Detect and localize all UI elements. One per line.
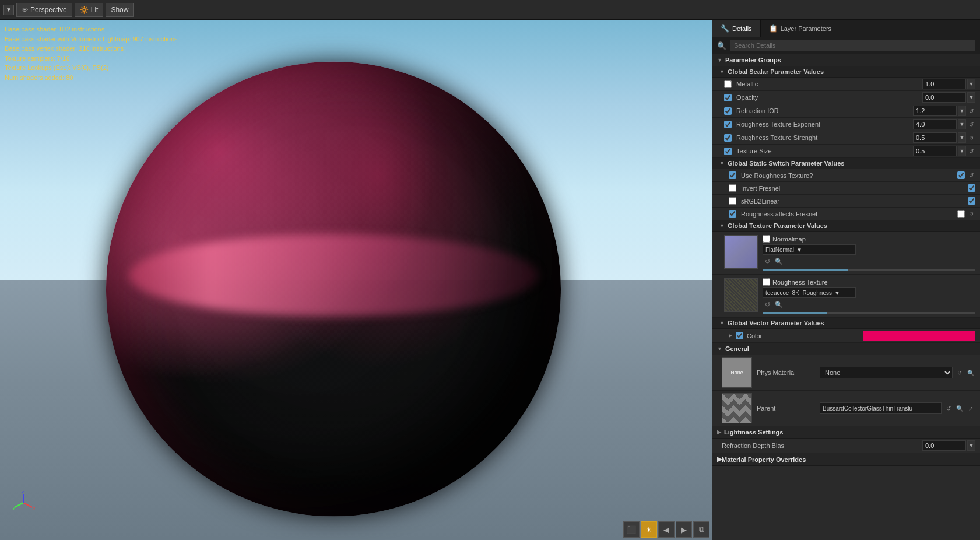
tab-details[interactable]: 🔧 Details — [712, 20, 761, 37]
roughness-strenght-reset[interactable]: ↺ — [967, 134, 975, 142]
show-button[interactable]: Show — [106, 3, 134, 17]
opacity-input[interactable] — [922, 92, 966, 103]
roughness-exponent-checkbox[interactable] — [724, 121, 732, 128]
toolbar-btn-grid[interactable]: ⧉ — [693, 521, 709, 538]
srgb2linear-value[interactable] — [968, 197, 975, 205]
normalmap-thumb[interactable] — [724, 235, 758, 269]
roughness-fresnel-value[interactable] — [957, 210, 965, 218]
prop-row-roughness-texture-strenght: Roughness Texture Strenght ▼ ↺ — [712, 131, 980, 145]
use-roughness-value[interactable] — [957, 171, 965, 179]
metallic-input[interactable] — [922, 79, 966, 89]
opacity-checkbox[interactable] — [724, 94, 732, 101]
texture-size-dropdown[interactable]: ▼ — [958, 146, 966, 156]
perspective-button[interactable]: 👁 Perspective — [16, 3, 72, 17]
phys-material-thumb[interactable]: None — [722, 357, 752, 388]
section-lightmass[interactable]: ▶ Lightmass Settings — [712, 426, 980, 439]
refraction-depth-bias-input[interactable] — [922, 440, 966, 451]
roughness-info: Roughness Texture teeaccoc_8K_Roughness … — [763, 278, 975, 314]
phys-material-actions: ↺ 🔍 — [955, 368, 975, 377]
refraction-depth-bias-dropdown[interactable]: ▼ — [967, 440, 975, 451]
lightmass-row-refraction: Refraction Depth Bias ▼ — [712, 439, 980, 453]
vector-expand-icon[interactable]: ▶ — [729, 333, 732, 338]
phys-material-label: Phys Material — [757, 369, 815, 376]
normalmap-browse-btn[interactable]: 🔍 — [774, 257, 784, 266]
use-roughness-reset[interactable]: ↺ — [967, 171, 975, 180]
normalmap-dropdown[interactable]: FlatNormal ▼ — [763, 244, 856, 255]
roughness-thumb[interactable] — [724, 278, 758, 312]
section-material-property-overrides[interactable]: ▶ Material Property Overrides — [712, 453, 980, 466]
texture-size-checkbox[interactable] — [724, 148, 732, 155]
roughness-dropdown[interactable]: teeaccoc_8K_Roughness ▼ — [763, 287, 856, 298]
roughness-progress — [763, 312, 975, 314]
sphere — [106, 62, 561, 517]
phys-material-dropdown[interactable]: None — [820, 367, 953, 378]
toolbar-btn-screenshot[interactable]: ⬛ — [623, 521, 640, 538]
phys-none-label: None — [730, 370, 743, 376]
refraction-ior-input[interactable] — [913, 106, 957, 116]
roughness-strenght-dropdown[interactable]: ▼ — [958, 132, 966, 143]
panel-content[interactable]: ▼ Parameter Groups ▼ Global Scalar Param… — [712, 54, 980, 540]
refraction-ior-dropdown[interactable]: ▼ — [958, 106, 966, 116]
texture-row-normalmap: Normalmap FlatNormal ▼ ↺ 🔍 — [712, 232, 980, 275]
section-label: Material Property Overrides — [722, 456, 806, 463]
normalmap-reset-btn[interactable]: ↺ — [763, 257, 772, 266]
use-roughness-checkbox[interactable] — [729, 171, 736, 179]
roughness-checkbox-row: Roughness Texture — [763, 278, 975, 286]
switch-row-invert-fresnel: Invert Fresnel — [712, 182, 980, 195]
roughness-exponent-dropdown[interactable]: ▼ — [958, 119, 966, 129]
subsection-global-vector[interactable]: ▼ Global Vector Parameter Values — [712, 318, 980, 329]
svg-text:Y: Y — [12, 506, 16, 511]
lit-button[interactable]: 🔆 Lit — [75, 3, 104, 17]
phys-browse-btn[interactable]: 🔍 — [966, 368, 975, 377]
opacity-dropdown-arrow[interactable]: ▼ — [967, 92, 975, 103]
invert-fresnel-value[interactable] — [968, 184, 975, 192]
srgb2linear-checkbox[interactable] — [729, 197, 736, 205]
metallic-checkbox[interactable] — [724, 80, 732, 88]
roughness-dropdown-arrow: ▼ — [834, 290, 840, 296]
roughness-reset-btn[interactable]: ↺ — [763, 300, 772, 309]
subsection-global-static-switch[interactable]: ▼ Global Static Switch Parameter Values — [712, 158, 980, 169]
normalmap-checkbox[interactable] — [763, 235, 770, 243]
invert-fresnel-checkbox[interactable] — [729, 184, 736, 192]
viewport-menu-arrow[interactable]: ▼ — [3, 5, 14, 15]
roughness-strenght-checkbox[interactable] — [724, 134, 732, 142]
normalmap-progress — [763, 269, 975, 271]
toolbar-btn-prev[interactable]: ◀ — [658, 521, 675, 538]
subsection-global-texture[interactable]: ▼ Global Texture Parameter Values — [712, 220, 980, 232]
section-arrow: ▶ — [717, 455, 722, 463]
roughness-exponent-reset[interactable]: ↺ — [967, 120, 975, 128]
refraction-ior-checkbox[interactable] — [724, 107, 732, 115]
section-general[interactable]: ▼ General — [712, 343, 980, 355]
refraction-depth-bias-label: Refraction Depth Bias — [722, 442, 918, 449]
metallic-dropdown-arrow[interactable]: ▼ — [967, 79, 975, 89]
subsection-global-scalar[interactable]: ▼ Global Scalar Parameter Values — [712, 66, 980, 78]
parent-browse-btn[interactable]: 🔍 — [955, 404, 964, 413]
roughness-texture-checkbox[interactable] — [763, 278, 770, 286]
search-input[interactable] — [730, 40, 975, 51]
refraction-ior-reset[interactable]: ↺ — [967, 107, 975, 115]
tab-layer-parameters[interactable]: 📋 Layer Parameters — [761, 20, 840, 37]
texture-size-input[interactable] — [913, 146, 957, 156]
roughness-strenght-input[interactable] — [913, 132, 957, 143]
roughness-fresnel-reset[interactable]: ↺ — [967, 210, 975, 218]
subsection-label: Global Static Switch Parameter Values — [728, 160, 845, 167]
roughness-exponent-input[interactable] — [913, 119, 957, 129]
color-bar[interactable] — [863, 331, 975, 341]
subsection-arrow: ▼ — [719, 160, 725, 166]
prop-row-opacity: Opacity ▼ — [712, 91, 980, 104]
roughness-browse-btn[interactable]: 🔍 — [774, 300, 784, 309]
sphere-container — [106, 62, 561, 517]
toolbar-btn-next[interactable]: ▶ — [676, 521, 692, 538]
normalmap-label: Normalmap — [772, 236, 806, 243]
texture-size-reset[interactable]: ↺ — [967, 147, 975, 155]
parent-reset-btn[interactable]: ↺ — [944, 404, 953, 413]
roughness-fresnel-checkbox[interactable] — [729, 210, 736, 218]
phys-reset-btn[interactable]: ↺ — [955, 368, 964, 377]
section-parameter-groups[interactable]: ▼ Parameter Groups — [712, 54, 980, 66]
viewport[interactable]: Base pass shader: 832 instructions Base … — [0, 20, 712, 540]
toolbar-btn-lit[interactable]: ☀ — [641, 521, 657, 538]
parent-thumb[interactable] — [722, 393, 752, 423]
color-checkbox[interactable] — [736, 332, 743, 339]
viewport-toolbar: ⬛ ☀ ◀ ▶ ⧉ — [621, 519, 712, 540]
parent-open-btn[interactable]: ↗ — [966, 404, 975, 413]
